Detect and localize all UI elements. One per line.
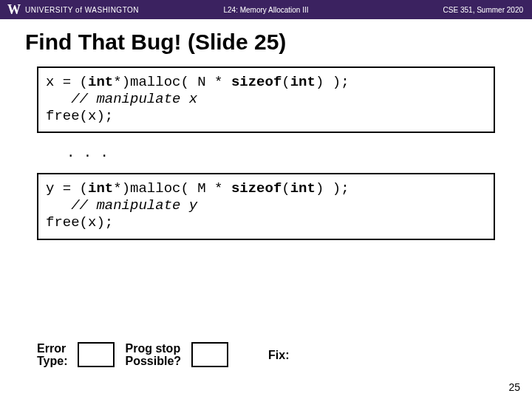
ellipsis: . . .: [66, 145, 532, 161]
code1-line1-kw1: int: [88, 74, 113, 90]
uw-logo: W UNIVERSITY of WASHINGTON: [0, 2, 139, 18]
prog-stop-box[interactable]: [191, 342, 228, 367]
slide-title: Find That Bug! (Slide 25): [0, 19, 532, 62]
code2-line1-kw2: sizeof: [231, 180, 282, 197]
fix-label: Fix:: [268, 349, 289, 362]
code1-line1-mid: *)malloc( N *: [113, 74, 231, 90]
code2-line1-mid: *)malloc( M *: [113, 180, 231, 197]
code2-line1-post: ) );: [316, 180, 349, 197]
code2-line1-kw1: int: [88, 180, 113, 197]
code1-line1-mid2: (: [282, 74, 290, 90]
code1-line3: free(x);: [46, 108, 113, 124]
uw-institution: UNIVERSITY of WASHINGTON: [25, 6, 139, 14]
code2-line3: free(x);: [46, 214, 113, 231]
header-bar: W UNIVERSITY of WASHINGTON L24: Memory A…: [0, 0, 532, 19]
code1-line1-kw3: int: [290, 74, 316, 90]
code1-line2: // manipulate x: [46, 91, 197, 107]
code1-line1-kw2: sizeof: [231, 74, 282, 90]
error-type-label: Error Type:: [37, 342, 67, 368]
course-label: CSE 351, Summer 2020: [443, 6, 523, 14]
bottom-row: Error Type: Prog stop Possible? Fix:: [37, 342, 495, 368]
lecture-label: L24: Memory Allocation III: [223, 6, 308, 14]
code1-line1-pre: x = (: [46, 74, 88, 90]
slide: W UNIVERSITY of WASHINGTON L24: Memory A…: [0, 0, 532, 399]
uw-w-icon: W: [7, 2, 21, 18]
code2-line1-kw3: int: [290, 180, 316, 197]
code2-line1-pre: y = (: [46, 180, 88, 197]
code2-line2: // manipulate y: [46, 197, 197, 214]
code-block-2: y = (int*)malloc( M * sizeof(int) ); // …: [37, 173, 495, 239]
error-type-box[interactable]: [78, 342, 115, 367]
code-block-1: x = (int*)malloc( N * sizeof(int) ); // …: [37, 66, 495, 133]
code1-line1-post: ) );: [316, 74, 349, 90]
code2-line1-mid2: (: [282, 180, 290, 197]
prog-stop-label: Prog stop Possible?: [125, 342, 181, 368]
page-number: 25: [508, 381, 520, 393]
